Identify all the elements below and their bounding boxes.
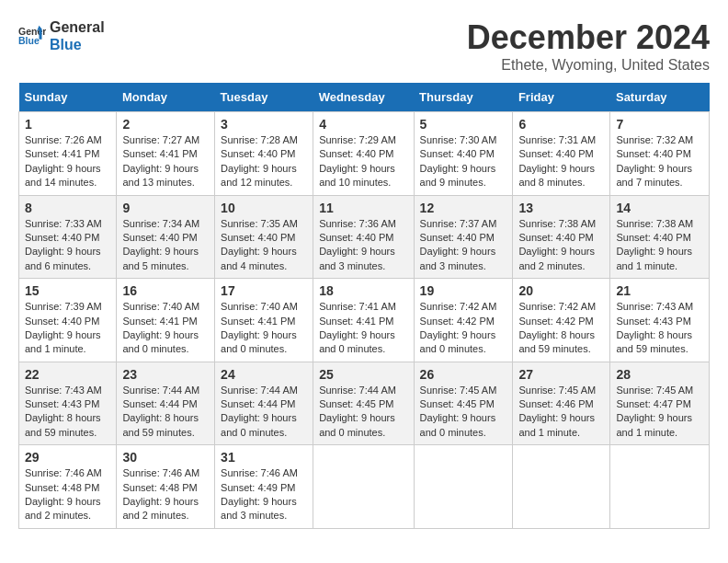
calendar-cell: 21Sunrise: 7:43 AMSunset: 4:43 PMDayligh…	[610, 279, 710, 362]
info-line: Daylight: 9 hours and 0 minutes.	[319, 411, 407, 440]
day-number: 28	[616, 367, 703, 382]
info-line: Sunrise: 7:40 AM	[221, 300, 307, 314]
day-info: Sunrise: 7:45 AMSunset: 4:47 PMDaylight:…	[616, 384, 703, 441]
info-line: Daylight: 9 hours and 13 minutes.	[122, 162, 209, 190]
day-info: Sunrise: 7:29 AMSunset: 4:40 PMDaylight:…	[319, 133, 407, 190]
calendar-row-1: 1Sunrise: 7:26 AMSunset: 4:41 PMDaylight…	[19, 112, 710, 196]
info-line: Sunset: 4:42 PM	[420, 315, 507, 328]
calendar-cell: 29Sunrise: 7:46 AMSunset: 4:48 PMDayligh…	[19, 445, 117, 529]
day-info: Sunrise: 7:39 AMSunset: 4:40 PMDaylight:…	[25, 300, 110, 357]
info-line: Sunrise: 7:36 AM	[319, 217, 407, 231]
calendar-cell: 5Sunrise: 7:30 AMSunset: 4:40 PMDaylight…	[414, 112, 513, 196]
info-line: Daylight: 9 hours and 9 minutes.	[420, 162, 507, 190]
info-line: Daylight: 9 hours and 7 minutes.	[616, 162, 703, 190]
day-number: 21	[616, 283, 703, 298]
info-line: Daylight: 9 hours and 12 minutes.	[221, 162, 307, 190]
day-info: Sunrise: 7:46 AMSunset: 4:48 PMDaylight:…	[122, 466, 209, 523]
day-info: Sunrise: 7:41 AMSunset: 4:41 PMDaylight:…	[319, 300, 407, 357]
info-line: Sunset: 4:40 PM	[25, 231, 110, 245]
day-number: 8	[25, 201, 110, 215]
col-wednesday: Wednesday	[313, 83, 414, 112]
day-info: Sunrise: 7:45 AMSunset: 4:46 PMDaylight:…	[518, 384, 604, 441]
calendar-cell	[513, 445, 610, 529]
day-info: Sunrise: 7:42 AMSunset: 4:42 PMDaylight:…	[518, 300, 604, 357]
calendar-cell: 17Sunrise: 7:40 AMSunset: 4:41 PMDayligh…	[215, 279, 313, 362]
day-info: Sunrise: 7:37 AMSunset: 4:40 PMDaylight:…	[420, 217, 507, 274]
calendar-cell: 6Sunrise: 7:31 AMSunset: 4:40 PMDaylight…	[513, 112, 610, 196]
info-line: Sunset: 4:49 PM	[221, 481, 307, 495]
calendar-cell	[313, 445, 414, 529]
info-line: Sunset: 4:40 PM	[420, 231, 507, 245]
info-line: Sunset: 4:40 PM	[122, 231, 209, 245]
day-info: Sunrise: 7:45 AMSunset: 4:45 PMDaylight:…	[420, 384, 507, 441]
calendar-cell: 20Sunrise: 7:42 AMSunset: 4:42 PMDayligh…	[513, 279, 610, 362]
info-line: Sunrise: 7:27 AM	[122, 133, 209, 147]
info-line: Sunset: 4:48 PM	[25, 481, 110, 495]
calendar-row-4: 22Sunrise: 7:43 AMSunset: 4:43 PMDayligh…	[19, 362, 710, 445]
title-area: December 2024 Ethete, Wyoming, United St…	[467, 18, 710, 74]
info-line: Sunrise: 7:44 AM	[221, 384, 307, 397]
day-info: Sunrise: 7:40 AMSunset: 4:41 PMDaylight:…	[221, 300, 307, 357]
calendar-cell: 26Sunrise: 7:45 AMSunset: 4:45 PMDayligh…	[414, 362, 513, 445]
day-number: 26	[420, 367, 507, 382]
day-number: 9	[122, 201, 209, 215]
day-number: 30	[122, 450, 209, 465]
header-row: Sunday Monday Tuesday Wednesday Thursday…	[19, 83, 710, 112]
day-info: Sunrise: 7:27 AMSunset: 4:41 PMDaylight:…	[122, 133, 209, 190]
day-info: Sunrise: 7:38 AMSunset: 4:40 PMDaylight:…	[518, 217, 604, 274]
col-thursday: Thursday	[414, 83, 513, 112]
col-sunday: Sunday	[19, 83, 117, 112]
day-info: Sunrise: 7:44 AMSunset: 4:44 PMDaylight:…	[221, 384, 307, 441]
day-number: 15	[25, 283, 110, 298]
info-line: Sunset: 4:42 PM	[518, 315, 604, 328]
info-line: Sunset: 4:40 PM	[518, 231, 604, 245]
day-info: Sunrise: 7:42 AMSunset: 4:42 PMDaylight:…	[420, 300, 507, 357]
calendar-cell: 24Sunrise: 7:44 AMSunset: 4:44 PMDayligh…	[215, 362, 313, 445]
info-line: Sunrise: 7:43 AM	[616, 300, 703, 314]
day-number: 12	[420, 201, 507, 215]
col-saturday: Saturday	[610, 83, 710, 112]
day-info: Sunrise: 7:32 AMSunset: 4:40 PMDaylight:…	[616, 133, 703, 190]
info-line: Daylight: 9 hours and 1 minute.	[616, 411, 703, 440]
info-line: Sunset: 4:40 PM	[319, 147, 407, 161]
calendar-row-5: 29Sunrise: 7:46 AMSunset: 4:48 PMDayligh…	[19, 445, 710, 529]
info-line: Sunrise: 7:35 AM	[221, 217, 307, 231]
info-line: Daylight: 9 hours and 4 minutes.	[221, 245, 307, 273]
info-line: Sunrise: 7:34 AM	[122, 217, 209, 231]
info-line: Daylight: 8 hours and 59 minutes.	[616, 328, 703, 357]
main-title: December 2024	[467, 18, 710, 57]
day-number: 27	[518, 367, 604, 382]
day-number: 17	[221, 283, 307, 298]
calendar-cell: 27Sunrise: 7:45 AMSunset: 4:46 PMDayligh…	[513, 362, 610, 445]
info-line: Sunset: 4:40 PM	[420, 147, 507, 161]
info-line: Sunset: 4:41 PM	[25, 147, 110, 161]
day-info: Sunrise: 7:44 AMSunset: 4:44 PMDaylight:…	[122, 384, 209, 441]
day-info: Sunrise: 7:38 AMSunset: 4:40 PMDaylight:…	[616, 217, 703, 274]
info-line: Sunset: 4:40 PM	[221, 147, 307, 161]
day-number: 10	[221, 201, 307, 215]
info-line: Sunset: 4:46 PM	[518, 397, 604, 411]
info-line: Daylight: 9 hours and 3 minutes.	[420, 245, 507, 273]
day-number: 23	[122, 367, 209, 382]
calendar-cell: 12Sunrise: 7:37 AMSunset: 4:40 PMDayligh…	[414, 195, 513, 279]
info-line: Daylight: 9 hours and 1 minute.	[616, 245, 703, 273]
info-line: Sunrise: 7:46 AM	[122, 466, 209, 480]
info-line: Sunrise: 7:40 AM	[122, 300, 209, 314]
info-line: Daylight: 9 hours and 0 minutes.	[420, 328, 507, 357]
info-line: Sunset: 4:40 PM	[319, 231, 407, 245]
header-area: General Blue General Blue December 2024 …	[18, 18, 710, 74]
calendar-cell: 22Sunrise: 7:43 AMSunset: 4:43 PMDayligh…	[19, 362, 117, 445]
calendar-cell: 31Sunrise: 7:46 AMSunset: 4:49 PMDayligh…	[215, 445, 313, 529]
calendar-table: Sunday Monday Tuesday Wednesday Thursday…	[18, 83, 710, 529]
info-line: Sunset: 4:41 PM	[221, 315, 307, 328]
svg-text:Blue: Blue	[18, 35, 40, 46]
day-number: 13	[518, 201, 604, 215]
day-number: 20	[518, 283, 604, 298]
info-line: Daylight: 9 hours and 0 minutes.	[122, 328, 209, 357]
calendar-cell: 4Sunrise: 7:29 AMSunset: 4:40 PMDaylight…	[313, 112, 414, 196]
info-line: Sunset: 4:45 PM	[319, 397, 407, 411]
calendar-cell: 8Sunrise: 7:33 AMSunset: 4:40 PMDaylight…	[19, 195, 117, 279]
col-friday: Friday	[513, 83, 610, 112]
info-line: Sunrise: 7:29 AM	[319, 133, 407, 147]
info-line: Sunrise: 7:39 AM	[25, 300, 110, 314]
